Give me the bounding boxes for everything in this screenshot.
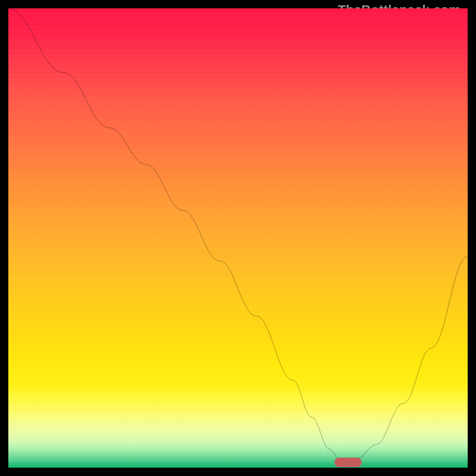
optimum-marker — [334, 458, 362, 467]
bottleneck-curve — [8, 8, 468, 468]
plot-background — [8, 8, 468, 468]
chart-frame: TheBottleneck.com — [0, 0, 476, 476]
